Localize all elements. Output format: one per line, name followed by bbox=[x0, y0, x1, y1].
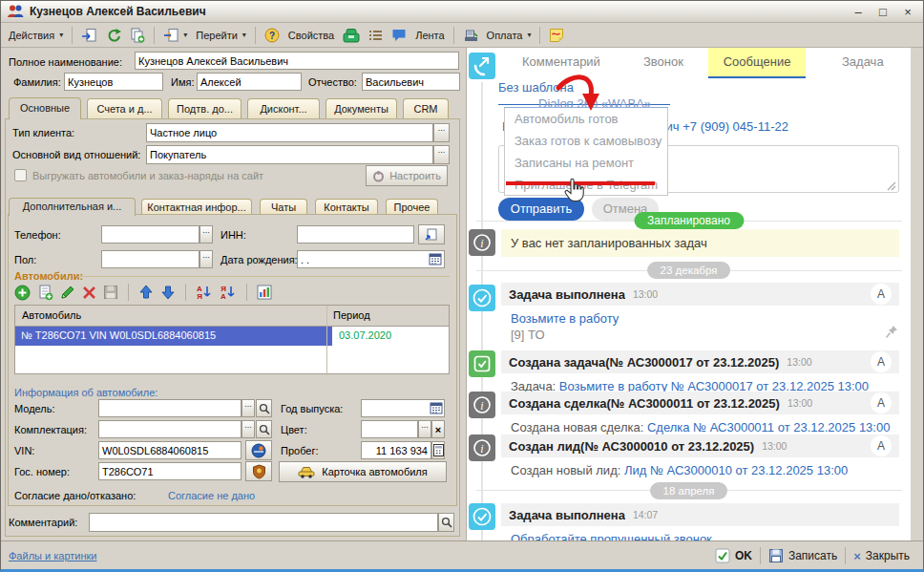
resize-handle-icon[interactable] bbox=[885, 180, 896, 191]
move-up-icon[interactable] bbox=[138, 285, 154, 300]
mileage-calc-icon[interactable] bbox=[431, 441, 445, 459]
color-select-button[interactable] bbox=[418, 420, 431, 438]
feed-card-header[interactable]: Создана сделка(№ АС3000011 от 23.12.2025… bbox=[501, 392, 899, 414]
tab-documents[interactable]: Документы bbox=[326, 98, 397, 120]
avatar[interactable]: А bbox=[871, 392, 892, 413]
sort-asc-icon[interactable]: АЯ bbox=[196, 285, 213, 300]
comment-search-icon[interactable] bbox=[438, 513, 454, 532]
avatar[interactable]: А bbox=[871, 351, 892, 372]
inn-check-icon[interactable] bbox=[418, 224, 445, 244]
goto-menu[interactable]: Перейти bbox=[193, 28, 249, 43]
feed-card-header[interactable]: Задача выполнена 14:07 bbox=[501, 503, 899, 526]
tab-task[interactable]: Задача bbox=[842, 48, 884, 76]
feed-link[interactable]: Возьмите в работу bbox=[511, 311, 619, 326]
feed-card-header[interactable]: Задача выполнена 13:00 А bbox=[501, 283, 899, 306]
tab-accounts[interactable]: Счета и д... bbox=[87, 98, 162, 120]
year-calendar-icon[interactable] bbox=[430, 401, 443, 414]
cars-table-header[interactable]: Автомобиль Период bbox=[15, 306, 449, 327]
middle-name-input[interactable] bbox=[362, 73, 460, 91]
payment-button[interactable]: Оплата bbox=[484, 28, 535, 43]
tab-main[interactable]: Основные bbox=[9, 97, 81, 119]
car-cell[interactable]: № Т286СО71 VIN W0L0SDL6884060815 bbox=[15, 327, 332, 346]
actions-menu[interactable]: Действия bbox=[6, 28, 66, 43]
feed-card-header[interactable]: Создана задача(№ АС3000017 от 23.12.2025… bbox=[501, 350, 899, 373]
car-column-header[interactable]: Автомобиль bbox=[22, 306, 81, 325]
title-bar[interactable]: Кузнецов Алексей Васильевич – □ × bbox=[1, 1, 923, 23]
help-icon[interactable]: ? bbox=[262, 26, 283, 45]
calendar-icon[interactable] bbox=[429, 252, 442, 265]
relation-select-button[interactable] bbox=[433, 145, 450, 164]
tab-additional-info[interactable]: Дополнительная и... bbox=[9, 198, 136, 216]
maximize-button[interactable]: □ bbox=[873, 5, 892, 19]
gender-select-button[interactable] bbox=[200, 250, 213, 268]
tab-discount[interactable]: Дисконт... bbox=[247, 98, 320, 120]
feed-link[interactable]: Обработайте пропущенный звонок bbox=[511, 532, 712, 540]
color-input[interactable] bbox=[361, 420, 418, 438]
table-row[interactable]: № Т286СО71 VIN W0L0SDL6884060815 03.07.2… bbox=[15, 327, 449, 346]
model-search-icon[interactable] bbox=[256, 399, 272, 417]
last-name-input[interactable] bbox=[64, 73, 163, 91]
reread-icon[interactable] bbox=[78, 26, 100, 45]
feed-link[interactable]: Лид № АС3000010 от 23.12.2025 13:00 bbox=[624, 463, 848, 477]
client-type-input[interactable] bbox=[146, 123, 433, 142]
payment-icon[interactable] bbox=[460, 26, 481, 45]
list-icon[interactable] bbox=[366, 27, 386, 44]
gender-input[interactable] bbox=[101, 250, 200, 268]
trim-search-icon[interactable] bbox=[256, 420, 272, 438]
avatar[interactable]: А bbox=[871, 435, 892, 456]
feed-button[interactable]: Лента bbox=[412, 28, 447, 43]
inn-input[interactable] bbox=[297, 225, 414, 244]
properties-button[interactable]: Свойства bbox=[285, 28, 337, 43]
feed-card-header[interactable]: Создан лид(№ АС3000010 от 23.12.2025) 13… bbox=[501, 434, 899, 457]
ok-button[interactable]: OK bbox=[715, 548, 752, 563]
compose-call-icon[interactable] bbox=[469, 53, 495, 79]
first-name-input[interactable] bbox=[197, 73, 302, 91]
vin-brand-icon[interactable] bbox=[245, 440, 272, 460]
pin-icon[interactable] bbox=[885, 325, 898, 339]
phone-icon[interactable] bbox=[340, 26, 363, 45]
model-input[interactable] bbox=[98, 399, 242, 417]
relation-input[interactable] bbox=[146, 145, 433, 164]
trim-input[interactable] bbox=[98, 420, 242, 438]
client-type-select-button[interactable] bbox=[433, 123, 450, 142]
dropdown-item-repair-booked[interactable]: Записаны на ремонт bbox=[505, 152, 667, 174]
tab-message[interactable]: Сообщение bbox=[708, 48, 806, 78]
files-link[interactable]: Файлы и картинки bbox=[9, 550, 96, 561]
save-period-icon[interactable] bbox=[103, 285, 118, 300]
plate-input[interactable] bbox=[98, 462, 242, 480]
tab-crm[interactable]: CRM bbox=[403, 98, 449, 120]
sticky-note-icon[interactable] bbox=[546, 26, 567, 45]
model-select-button[interactable] bbox=[242, 399, 255, 417]
period-column-header[interactable]: Период bbox=[333, 306, 370, 325]
refresh-icon[interactable] bbox=[103, 26, 124, 45]
save-button[interactable]: Записать bbox=[768, 548, 837, 563]
car-card-button[interactable]: Карточка автомобиля bbox=[279, 461, 447, 482]
minimize-button[interactable]: – bbox=[849, 5, 868, 19]
vin-input[interactable] bbox=[98, 441, 242, 459]
plate-badge-icon[interactable] bbox=[245, 461, 272, 481]
delete-car-icon[interactable] bbox=[82, 286, 96, 300]
birthdate-input[interactable] bbox=[297, 250, 445, 268]
dropdown-item-order-pickup[interactable]: Заказ готов к самовывозу bbox=[505, 130, 667, 152]
tab-confirm[interactable]: Подтв. до... bbox=[168, 98, 242, 120]
move-down-icon[interactable] bbox=[160, 285, 176, 300]
period-cell[interactable]: 03.07.2020 bbox=[332, 327, 391, 346]
color-clear-icon[interactable]: × bbox=[431, 420, 445, 438]
add-copy-car-icon[interactable] bbox=[37, 285, 53, 301]
close-button[interactable]: × bbox=[898, 5, 917, 19]
add-car-icon[interactable] bbox=[14, 285, 31, 301]
phone-input[interactable] bbox=[101, 225, 200, 244]
go-to-document-icon[interactable] bbox=[160, 26, 190, 45]
comment-input[interactable] bbox=[89, 513, 438, 532]
upload-site-checkbox[interactable] bbox=[14, 169, 27, 181]
avatar[interactable]: А bbox=[871, 284, 892, 305]
close-form-button[interactable]: × Закрыть bbox=[853, 549, 910, 563]
phone-select-button[interactable] bbox=[200, 225, 213, 244]
edit-car-icon[interactable] bbox=[60, 285, 75, 300]
copy-icon[interactable] bbox=[127, 26, 148, 45]
mileage-input[interactable] bbox=[361, 441, 431, 459]
trim-select-button[interactable] bbox=[242, 420, 255, 438]
feed-bubble-icon[interactable] bbox=[388, 26, 410, 44]
full-name-input[interactable] bbox=[135, 52, 459, 70]
sort-desc-icon[interactable]: ЯА bbox=[220, 285, 237, 300]
